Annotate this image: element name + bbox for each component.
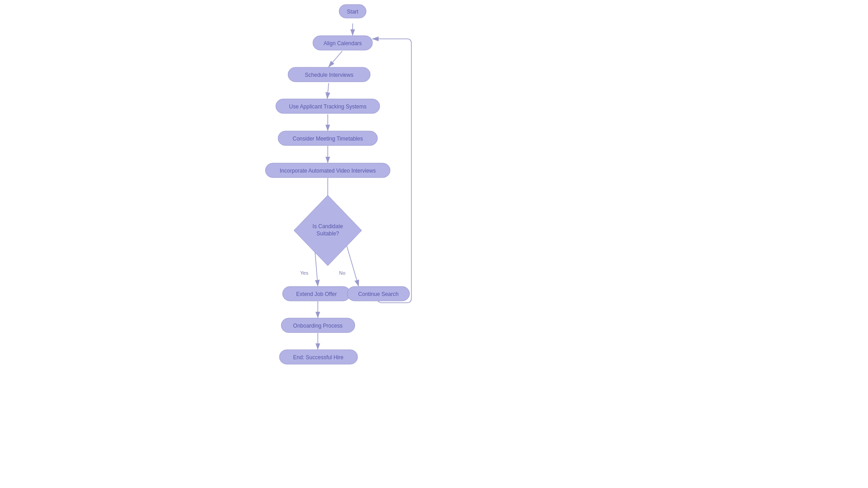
- end-node-label: End: Successful Hire: [293, 354, 344, 361]
- diamond-node-label2: Suitable?: [316, 230, 339, 237]
- schedule-node-label: Schedule Interviews: [305, 72, 353, 78]
- flowchart-container: Start Align Calendars Schedule Interview…: [0, 0, 868, 488]
- video-node-label: Incorporate Automated Video Interviews: [280, 168, 376, 174]
- extend-node-label: Extend Job Offer: [296, 291, 337, 297]
- start-node-label: Start: [347, 9, 359, 15]
- arrow-schedule-tracking: [327, 83, 329, 99]
- search-node-label: Continue Search: [358, 291, 398, 297]
- timetables-node-label: Consider Meeting Timetables: [292, 136, 363, 142]
- arrow-align-schedule: [329, 51, 342, 67]
- diamond-node-label: Is Candidate: [312, 223, 343, 230]
- no-label: No: [339, 270, 345, 276]
- yes-label: Yes: [300, 270, 308, 276]
- align-node-label: Align Calendars: [324, 40, 362, 47]
- onboard-node-label: Onboarding Process: [293, 323, 342, 329]
- tracking-node-label: Use Applicant Tracking Systems: [289, 103, 366, 110]
